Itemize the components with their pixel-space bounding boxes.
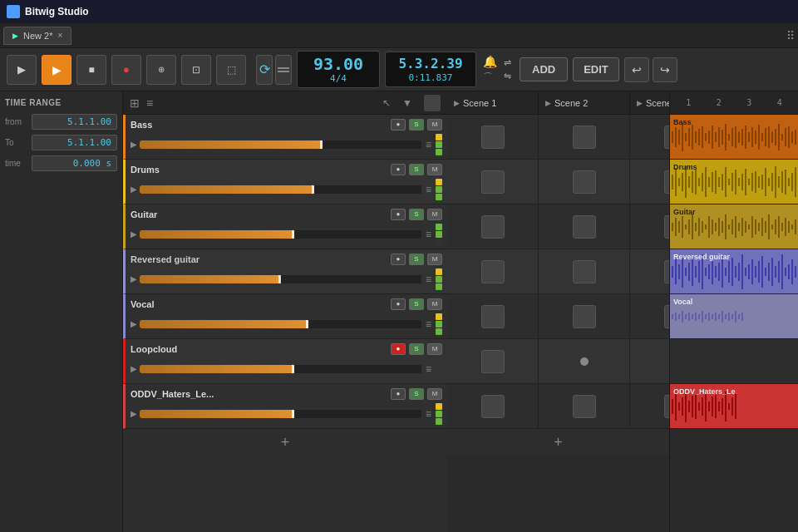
tempo-display[interactable]: 93.00 4/4	[297, 51, 380, 88]
track-mute-btn-reversed[interactable]: M	[427, 254, 442, 265]
clip-vocal-1[interactable]	[481, 305, 505, 328]
cursor-icon[interactable]: ↖	[382, 97, 391, 109]
track-expand-drums[interactable]: ▶	[131, 185, 137, 194]
track-expand-guitar[interactable]: ▶	[131, 229, 137, 239]
scene-cell-drums-1[interactable]	[447, 160, 539, 204]
scene-cell-oddv-3[interactable]	[630, 384, 669, 429]
clip-bass-2[interactable]	[573, 126, 596, 149]
loop-bck-icon[interactable]: ⇋	[504, 71, 511, 81]
scene-cell-guitar-1[interactable]	[447, 204, 539, 249]
to-value[interactable]: 5.1.1.00	[32, 135, 117, 150]
scene-cell-vocal-1[interactable]	[447, 294, 539, 339]
track-solo-reversed[interactable]: S	[409, 254, 424, 265]
dropdown-icon[interactable]: ▼	[402, 97, 412, 109]
record-button[interactable]: ●	[111, 55, 141, 85]
scene-cell-guitar-3[interactable]	[630, 204, 669, 249]
clip-bass-1[interactable]	[481, 126, 505, 149]
transport-icons[interactable]	[275, 55, 292, 85]
list-view-icon[interactable]: ≡	[146, 96, 153, 110]
volume-bar-loopcloud[interactable]	[140, 365, 421, 373]
grid-view-icon[interactable]: ⊞	[130, 96, 140, 110]
stop-button[interactable]: ■	[76, 55, 106, 85]
scene-cell-bass-2[interactable]	[539, 115, 630, 160]
track-rec-loopcloud[interactable]: ●	[391, 343, 406, 355]
track-mute-btn-drums[interactable]: M	[427, 164, 442, 175]
clip-drums-1[interactable]	[481, 170, 505, 194]
track-solo-guitar[interactable]: S	[409, 209, 424, 220]
volume-bar-reversed[interactable]	[140, 275, 421, 283]
scene-cell-guitar-2[interactable]	[539, 204, 630, 249]
add-track-button[interactable]: +	[123, 429, 447, 456]
clip-drums-2[interactable]	[573, 170, 596, 194]
volume-bar-oddv[interactable]	[140, 410, 421, 418]
track-solo-bass[interactable]: S	[409, 119, 424, 131]
clip-vocal-2[interactable]	[573, 305, 596, 328]
edit-button[interactable]: EDIT	[573, 57, 619, 81]
track-mute-btn-bass[interactable]: M	[427, 119, 442, 131]
track-menu-loopcloud[interactable]: ≡	[426, 363, 431, 375]
track-mute-guitar[interactable]: ●	[391, 209, 406, 220]
track-mute-btn-oddv[interactable]: M	[427, 388, 442, 400]
redo-button[interactable]: ↪	[653, 57, 677, 82]
clip-guitar-2[interactable]	[573, 215, 596, 239]
track-expand-oddv[interactable]: ▶	[131, 409, 137, 418]
track-mute-oddv[interactable]: ●	[391, 388, 406, 400]
tab-close-icon[interactable]: ×	[57, 31, 62, 40]
track-mute-drums[interactable]: ●	[391, 164, 406, 175]
midi-button[interactable]: ⊕	[146, 55, 176, 85]
track-mute-btn-loopcloud[interactable]: M	[427, 343, 442, 355]
scene-cell-loopcloud-3[interactable]	[630, 339, 669, 384]
scene-cell-loopcloud-1[interactable]	[447, 339, 539, 384]
scene-col-1-header[interactable]: ▶ Scene 1	[447, 91, 539, 115]
track-expand-vocal[interactable]: ▶	[131, 319, 137, 328]
track-menu-oddv[interactable]: ≡	[426, 408, 431, 420]
scene-cell-reversed-2[interactable]	[539, 249, 630, 294]
track-solo-loopcloud[interactable]: S	[409, 343, 424, 355]
loop-fwd-icon[interactable]: ⇌	[504, 57, 511, 68]
loop-button[interactable]: ⬚	[216, 55, 246, 85]
scene-cell-loopcloud-2[interactable]	[539, 339, 630, 384]
clip-dot-loopcloud-2[interactable]	[580, 357, 589, 366]
scene-cell-bass-3[interactable]	[630, 115, 669, 160]
track-menu-drums[interactable]: ≡	[426, 184, 431, 195]
track-solo-drums[interactable]: S	[409, 164, 424, 175]
volume-bar-vocal[interactable]	[140, 320, 421, 328]
clip-icon[interactable]	[424, 95, 441, 111]
scene-cell-reversed-1[interactable]	[447, 249, 539, 294]
track-menu-bass[interactable]: ≡	[426, 139, 431, 150]
track-mute-bass[interactable]: ●	[391, 119, 406, 131]
track-menu-vocal[interactable]: ≡	[426, 318, 431, 330]
track-expand-loopcloud[interactable]: ▶	[131, 364, 137, 373]
tab-new2[interactable]: ▶ New 2* ×	[3, 27, 71, 45]
track-mute-vocal[interactable]: ●	[391, 298, 406, 310]
position-display[interactable]: 5.3.2.39 0:11.837	[385, 52, 476, 86]
track-expand-reversed[interactable]: ▶	[131, 274, 137, 283]
pitch-icon[interactable]: ⌒	[483, 71, 497, 85]
clip-reversed-2[interactable]	[573, 260, 596, 283]
scene-col-2-header[interactable]: ▶ Scene 2	[539, 91, 630, 115]
track-solo-oddv[interactable]: S	[409, 388, 424, 400]
scene-cell-vocal-2[interactable]	[539, 294, 630, 339]
scene-cell-oddv-2[interactable]	[539, 384, 630, 429]
scene-cell-drums-3[interactable]	[630, 160, 669, 204]
metronome-icon[interactable]: 🔔	[483, 55, 497, 68]
scene-col-3-header[interactable]: ▶ Scene 3	[630, 91, 669, 115]
play-active-button[interactable]: ▶	[42, 55, 71, 85]
clip-reversed-1[interactable]	[481, 260, 505, 283]
scene-cell-reversed-3[interactable]	[630, 249, 669, 294]
track-menu-guitar[interactable]: ≡	[426, 229, 431, 240]
scene-cell-vocal-3[interactable]	[630, 294, 669, 339]
track-expand-bass[interactable]: ▶	[131, 140, 137, 149]
track-solo-vocal[interactable]: S	[409, 298, 424, 310]
time-value[interactable]: 0.000 s	[32, 155, 117, 171]
add-button[interactable]: ADD	[520, 57, 568, 81]
track-mute-btn-guitar[interactable]: M	[427, 209, 442, 220]
track-mute-reversed[interactable]: ●	[391, 254, 406, 265]
track-menu-reversed[interactable]: ≡	[426, 273, 431, 285]
undo-button[interactable]: ↩	[624, 57, 649, 82]
scene-cell-drums-2[interactable]	[539, 160, 630, 204]
volume-bar-drums[interactable]	[140, 185, 421, 194]
clip-guitar-1[interactable]	[481, 215, 505, 239]
track-mute-btn-vocal[interactable]: M	[427, 298, 442, 310]
export-button[interactable]: ⊡	[181, 55, 211, 85]
